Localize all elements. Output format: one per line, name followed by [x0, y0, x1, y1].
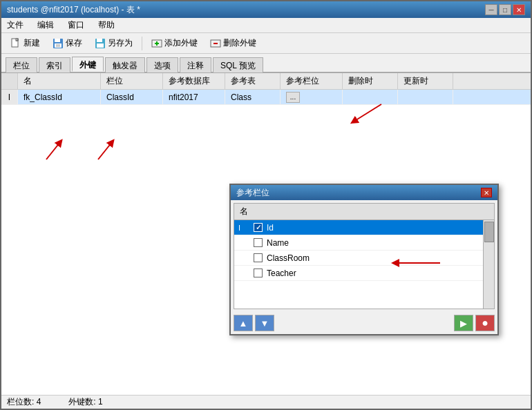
col-header-num	[1, 73, 18, 89]
del-fk-button[interactable]: 删除外键	[205, 35, 261, 52]
main-content: 名 栏位 参考数据库 参考表 参考栏位 删除时 更新时	[1, 73, 531, 395]
table-header: 名 栏位 参考数据库 参考表 参考栏位 删除时 更新时	[1, 73, 531, 90]
row-num: I	[1, 90, 18, 104]
tab-bar: 栏位 索引 外键 触发器 选项 注释 SQL 预览	[1, 54, 531, 73]
popup-row-label-teacher: Teacher	[267, 269, 296, 278]
main-window: students @nfit2017 (localhost) - 表 * ─ □…	[0, 0, 532, 410]
popup-up-button[interactable]: ▲	[234, 315, 253, 331]
popup-content: 名 I Id	[231, 200, 497, 312]
fk-count: 外键数: 1	[68, 396, 102, 408]
popup-close-button[interactable]: ✕	[481, 188, 492, 197]
maximize-button[interactable]: □	[499, 4, 511, 15]
tab-triggers[interactable]: 触发器	[105, 57, 145, 72]
saveas-label: 另存为	[108, 37, 133, 49]
svg-rect-7	[56, 44, 60, 47]
cell-reftbl[interactable]: Class	[225, 90, 281, 104]
popup-list-item[interactable]: Name	[234, 235, 483, 251]
saveas-icon	[95, 38, 106, 49]
popup-list-item[interactable]: Teacher	[234, 266, 483, 281]
col-header-field: 栏位	[101, 73, 163, 89]
cell-refdb[interactable]: nfit2017	[163, 90, 225, 104]
popup-down-button[interactable]: ▼	[255, 315, 274, 331]
tab-fk[interactable]: 外键	[72, 57, 104, 72]
tab-comments[interactable]: 注释	[180, 57, 211, 72]
menu-help[interactable]: 帮助	[95, 19, 117, 32]
menu-bar: 文件 编辑 窗口 帮助	[1, 18, 531, 33]
popup-list-item[interactable]: ClassRoom	[234, 251, 483, 266]
toolbar: 新建 保存 另存为 添加外键	[1, 33, 531, 54]
popup-col-header: 名	[234, 203, 495, 219]
col-header-refdb: 参考数据库	[163, 73, 225, 89]
popup-list-item[interactable]: I Id	[234, 220, 483, 235]
svg-rect-10	[97, 43, 104, 48]
table-row[interactable]: I fk_ClassId ClassId nfit2017 Class ...	[1, 90, 531, 105]
svg-rect-5	[55, 39, 60, 42]
ref-col-button[interactable]: ...	[286, 92, 300, 103]
tab-columns[interactable]: 栏位	[6, 57, 37, 72]
popup-row-num: I	[238, 224, 249, 232]
popup-list[interactable]: I Id Name	[234, 220, 483, 309]
cell-refcol[interactable]: ...	[281, 90, 343, 104]
new-label: 新建	[23, 37, 40, 49]
tab-sql-preview[interactable]: SQL 预览	[213, 57, 263, 72]
tab-index[interactable]: 索引	[39, 57, 70, 72]
popup-ok-button[interactable]: ▶	[454, 315, 473, 331]
popup-scroll-thumb[interactable]	[484, 222, 494, 242]
col-header-reftbl: 参考表	[225, 73, 281, 89]
popup-title-bar: 参考栏位 ✕	[231, 185, 497, 200]
title-bar: students @nfit2017 (localhost) - 表 * ─ □…	[1, 1, 531, 18]
col-header-del: 删除时	[343, 73, 398, 89]
toolbar-separator	[142, 37, 142, 50]
save-icon	[53, 38, 64, 49]
status-bar: 栏位数: 4 外键数: 1	[1, 395, 531, 409]
popup-checkbox-id[interactable]	[254, 223, 263, 232]
popup-checkbox-classroom[interactable]	[254, 253, 263, 262]
save-button[interactable]: 保存	[48, 35, 87, 52]
menu-window[interactable]: 窗口	[65, 19, 87, 32]
col-header-refcol: 参考栏位	[281, 73, 343, 89]
add-fk-icon	[151, 38, 162, 49]
popup-col-header-label: 名	[240, 206, 248, 217]
cell-field[interactable]: ClassId	[101, 90, 163, 104]
cell-upd[interactable]	[398, 90, 453, 104]
popup-scrollbar[interactable]	[483, 220, 494, 309]
svg-rect-9	[97, 39, 102, 42]
popup-title: 参考栏位	[236, 187, 269, 199]
popup-cancel-button[interactable]: ●	[475, 315, 495, 331]
title-buttons: ─ □ ✕	[485, 4, 525, 15]
new-button[interactable]: 新建	[6, 35, 45, 52]
cell-del[interactable]	[343, 90, 398, 104]
ref-col-dialog: 参考栏位 ✕ 名 I Id	[229, 184, 499, 335]
menu-file[interactable]: 文件	[4, 19, 26, 32]
popup-row-label-id: Id	[267, 223, 274, 233]
tab-options[interactable]: 选项	[146, 57, 178, 72]
saveas-button[interactable]: 另存为	[90, 35, 137, 52]
popup-checkbox-name[interactable]	[254, 238, 263, 247]
popup-row-label-classroom: ClassRoom	[267, 253, 310, 263]
menu-edit[interactable]: 编辑	[35, 19, 57, 32]
new-icon	[10, 38, 21, 49]
popup-checkbox-teacher[interactable]	[254, 269, 263, 277]
cell-name[interactable]: fk_ClassId	[18, 90, 101, 104]
add-fk-label: 添加外键	[164, 37, 198, 49]
window-title: students @nfit2017 (localhost) - 表 *	[7, 4, 140, 16]
save-label: 保存	[66, 37, 82, 49]
popup-row-label-name: Name	[267, 238, 289, 248]
col-header-name: 名	[18, 73, 101, 89]
popup-bottom-bar: ▲ ▼ ▶ ●	[231, 312, 497, 334]
add-fk-button[interactable]: 添加外键	[146, 35, 202, 52]
col-header-upd: 更新时	[398, 73, 453, 89]
popup-table-body[interactable]: I Id Name	[234, 219, 495, 309]
popup-action-buttons: ▶ ●	[454, 315, 495, 331]
del-fk-icon	[210, 38, 221, 49]
close-button[interactable]: ✕	[513, 4, 525, 15]
field-count: 栏位数: 4	[7, 396, 41, 408]
minimize-button[interactable]: ─	[485, 4, 497, 15]
del-fk-label: 删除外键	[223, 37, 256, 49]
popup-nav-buttons: ▲ ▼	[234, 315, 274, 331]
